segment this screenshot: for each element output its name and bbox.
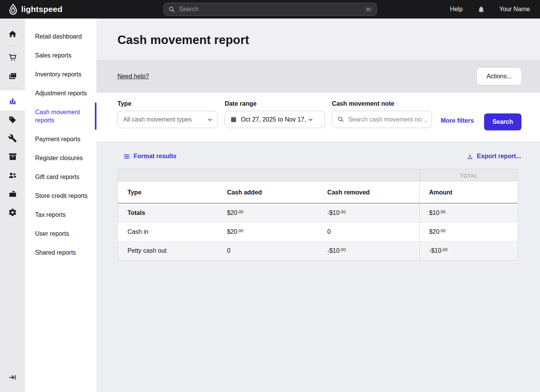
- sidebar-item-inventory-reports[interactable]: Inventory reports: [25, 65, 96, 84]
- col-header-amount: Amount: [420, 189, 452, 196]
- col-header-cash-added: Cash added: [218, 189, 318, 196]
- user-menu[interactable]: Your Name: [500, 6, 530, 13]
- type-filter-value: All cash movement types: [123, 116, 207, 123]
- help-link[interactable]: Help: [450, 6, 463, 13]
- format-results-link[interactable]: Format results: [123, 153, 176, 160]
- note-filter-label: Cash movement note: [332, 100, 432, 107]
- more-filters-link[interactable]: More filters: [440, 117, 474, 124]
- cell-amount: $20.00: [420, 228, 446, 235]
- calendar-icon: [230, 116, 237, 123]
- page-title: Cash movement report: [117, 33, 540, 47]
- col-header-type: Type: [118, 189, 218, 196]
- note-search-input[interactable]: [348, 116, 428, 123]
- sidebar-item-tax-reports[interactable]: Tax reports: [25, 205, 96, 224]
- cell-type: Totals: [118, 210, 218, 216]
- expand-sidebar-icon[interactable]: [0, 368, 25, 387]
- nav-sales-cart-icon[interactable]: [0, 48, 25, 67]
- notifications-bell-icon[interactable]: [478, 5, 485, 14]
- global-search[interactable]: ⌘/: [164, 3, 377, 16]
- date-range-value: Oct 27, 2025 to Nov 17, 2025: [241, 116, 308, 123]
- sidebar-item-retail-dashboard[interactable]: Retail dashboard: [25, 27, 96, 46]
- cell-amount: -$10.00: [420, 247, 447, 254]
- sidebar-item-shared-reports[interactable]: Shared reports: [25, 243, 96, 262]
- col-header-cash-removed: Cash removed: [318, 189, 419, 196]
- rail-divider: [7, 88, 18, 88]
- sidebar-item-sales-reports[interactable]: Sales reports: [25, 46, 96, 65]
- type-filter-select[interactable]: All cash movement types: [117, 111, 218, 128]
- cell-cash-added: 0: [218, 247, 318, 254]
- brand-wordmark: lightspeed: [21, 5, 62, 14]
- lightspeed-logo[interactable]: lightspeed: [0, 4, 62, 15]
- type-filter-label: Type: [117, 100, 218, 107]
- total-band-label: TOTAL: [419, 169, 518, 182]
- table-row-totals: Totals $20.00 -$10.00 $10.00: [118, 203, 518, 222]
- nav-cash-drawer-icon[interactable]: [0, 184, 25, 203]
- icon-rail: [0, 19, 25, 392]
- chevron-down-icon: [308, 117, 313, 122]
- nav-tag-icon[interactable]: [0, 110, 25, 129]
- cash-movement-table: TOTAL Type Cash added Cash removed Amoun…: [118, 169, 518, 260]
- date-range-filter-label: Date range: [224, 100, 325, 107]
- sidebar-item-user-reports[interactable]: User reports: [25, 224, 96, 243]
- date-range-picker[interactable]: Oct 27, 2025 to Nov 17, 2025: [224, 111, 325, 128]
- cell-type: Petty cash out: [118, 247, 218, 254]
- nav-inventory-box-icon[interactable]: [0, 147, 25, 166]
- search-shortcut-hint: ⌘/: [365, 7, 372, 12]
- cell-cash-added: $20.00: [218, 228, 318, 235]
- table-row-petty-cash-out: Petty cash out 0 -$10.00 -$10.00: [118, 241, 518, 260]
- cell-amount: $10.00: [420, 210, 446, 216]
- nav-setup-wrench-icon[interactable]: [0, 129, 25, 147]
- topbar: lightspeed ⌘/ Help Your Name: [0, 0, 540, 19]
- nav-customers-icon[interactable]: [0, 166, 25, 184]
- nav-reports-chart-icon[interactable]: [0, 90, 25, 110]
- cell-type: Cash in: [118, 228, 218, 235]
- lightspeed-flame-icon: [8, 4, 18, 15]
- sidebar-item-register-closures[interactable]: Register closures: [25, 149, 96, 167]
- filter-panel: Type All cash movement types Date range: [96, 93, 540, 141]
- download-icon: [467, 153, 473, 160]
- sidebar-item-store-credit-reports[interactable]: Store credit reports: [25, 186, 96, 205]
- table-row-cash-in: Cash in $20.00 0 $20.00: [118, 222, 518, 241]
- search-icon: [338, 116, 344, 123]
- table-header-row: Type Cash added Cash removed Amount: [118, 182, 518, 203]
- cell-cash-removed: -$10.00: [318, 247, 419, 254]
- help-band: Need help? Actions...: [96, 60, 540, 93]
- results-area: Format results Export report... TOTAL: [96, 141, 540, 392]
- cell-cash-removed: 0: [318, 228, 419, 235]
- need-help-link[interactable]: Need help?: [117, 73, 149, 80]
- sidebar-item-adjustment-reports[interactable]: Adjustment reports: [25, 84, 96, 103]
- nav-register-icon[interactable]: [0, 67, 25, 85]
- export-report-link[interactable]: Export report...: [467, 153, 521, 160]
- nav-home-icon[interactable]: [0, 25, 25, 43]
- search-icon: [169, 6, 175, 13]
- sidebar-item-payment-reports[interactable]: Payment reports: [25, 130, 96, 149]
- cell-cash-added: $20.00: [218, 210, 318, 216]
- search-button[interactable]: Search: [484, 113, 521, 130]
- format-sliders-icon: [123, 153, 130, 160]
- table-total-band: TOTAL: [118, 169, 518, 182]
- nav-settings-gear-icon[interactable]: [0, 203, 25, 221]
- cell-cash-removed: -$10.00: [318, 210, 419, 216]
- chevron-down-icon: [207, 117, 213, 122]
- actions-button[interactable]: Actions...: [477, 68, 521, 85]
- sidebar-item-cash-movement-reports[interactable]: Cash movement reports: [25, 103, 96, 130]
- reports-sidebar: Retail dashboard Sales reports Inventory…: [25, 19, 96, 392]
- note-search-field[interactable]: [332, 111, 432, 128]
- rail-divider: [7, 46, 18, 46]
- title-band: Cash movement report: [96, 19, 540, 60]
- global-search-input[interactable]: [179, 6, 365, 13]
- sidebar-item-gift-card-reports[interactable]: Gift card reports: [25, 167, 96, 186]
